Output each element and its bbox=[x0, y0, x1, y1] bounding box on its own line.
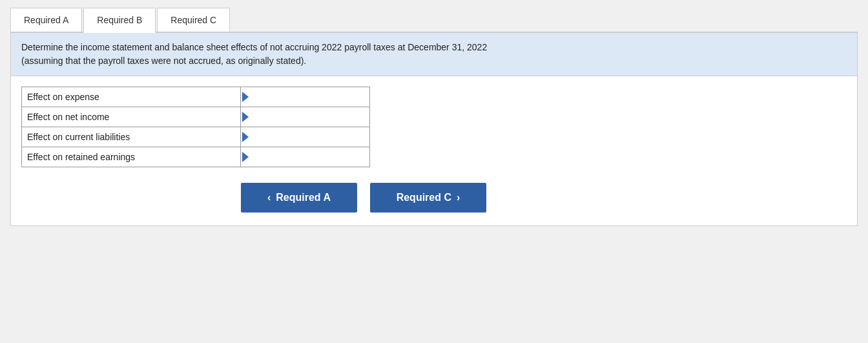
triangle-indicator-net-income bbox=[242, 112, 249, 122]
next-button[interactable]: Required C › bbox=[370, 183, 486, 213]
table-row: Effect on net income bbox=[22, 107, 370, 127]
next-button-label: Required C bbox=[397, 192, 451, 203]
effect-net-income-label: Effect on net income bbox=[22, 107, 241, 127]
form-section: Effect on expense Effect on net income bbox=[11, 76, 857, 225]
effect-expense-cell bbox=[241, 87, 370, 107]
tab-required-b[interactable]: Required B bbox=[83, 8, 156, 33]
effect-current-liabilities-cell bbox=[241, 127, 370, 147]
effects-table: Effect on expense Effect on net income bbox=[21, 87, 370, 167]
effect-current-liabilities-label: Effect on current liabilities bbox=[22, 127, 241, 147]
prev-button-label: Required A bbox=[276, 192, 331, 203]
next-icon: › bbox=[457, 192, 460, 203]
table-row: Effect on retained earnings bbox=[22, 147, 370, 167]
triangle-indicator-current-liabilities bbox=[242, 132, 249, 142]
tab-required-a[interactable]: Required A bbox=[10, 8, 82, 32]
table-row: Effect on current liabilities bbox=[22, 127, 370, 147]
effect-expense-label: Effect on expense bbox=[22, 87, 241, 107]
tabs-container: Required A Required B Required C bbox=[10, 6, 858, 33]
instruction-box: Determine the income statement and balan… bbox=[11, 33, 857, 76]
effect-net-income-input[interactable] bbox=[249, 107, 369, 127]
buttons-row: ‹ Required A Required C › bbox=[241, 183, 847, 213]
effect-retained-earnings-cell bbox=[241, 147, 370, 167]
effect-current-liabilities-input[interactable] bbox=[249, 127, 369, 147]
effect-retained-earnings-input[interactable] bbox=[249, 147, 369, 167]
table-row: Effect on expense bbox=[22, 87, 370, 107]
content-area: Determine the income statement and balan… bbox=[10, 33, 858, 226]
page-wrapper: Required A Required B Required C Determi… bbox=[0, 0, 868, 343]
effect-expense-input[interactable] bbox=[249, 87, 369, 107]
effect-retained-earnings-label: Effect on retained earnings bbox=[22, 147, 241, 167]
effect-net-income-cell bbox=[241, 107, 370, 127]
triangle-indicator-expense bbox=[242, 92, 249, 102]
prev-icon: ‹ bbox=[267, 192, 271, 203]
prev-button[interactable]: ‹ Required A bbox=[241, 183, 357, 213]
triangle-indicator-retained-earnings bbox=[242, 152, 249, 162]
instruction-text: Determine the income statement and balan… bbox=[21, 42, 487, 66]
tab-required-c[interactable]: Required C bbox=[157, 8, 230, 32]
